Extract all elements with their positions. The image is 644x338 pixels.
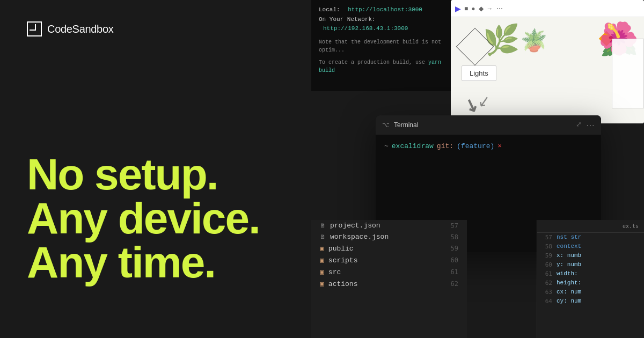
code-line: 58context <box>537 242 644 251</box>
tagline-line3: Any time. <box>27 240 284 284</box>
explorer-item[interactable]: ▣scripts60 <box>311 254 467 266</box>
folder-icon: ▣ <box>320 268 324 276</box>
item-name: workspace.json <box>330 233 389 241</box>
explorer-item[interactable]: ▣public59 <box>311 243 467 254</box>
lights-button[interactable]: Lights <box>462 65 496 81</box>
terminal-actions: ⤢ ⋯ <box>576 120 595 130</box>
toolbar-circle-icon[interactable]: ● <box>471 5 475 12</box>
terminal-title: Terminal <box>394 121 572 129</box>
toolbar-arrow-icon[interactable]: → <box>487 5 493 12</box>
terminal-prompt-line: ~ excalidraw git:(feature) × <box>384 142 592 150</box>
code-line: 64cy: num <box>537 297 644 306</box>
devserver-network: On Your Network: http://192.168.43.1:300… <box>319 15 454 34</box>
explorer-item[interactable]: ▣actions62 <box>311 278 467 290</box>
plant3: 🪴 <box>521 28 547 53</box>
folder-icon: ▣ <box>320 256 324 264</box>
code-filename: ex.ts <box>537 220 644 233</box>
card-overlay <box>612 39 644 108</box>
code-line: 61width: <box>537 269 644 278</box>
toolbar-play-icon[interactable]: ▶ <box>455 4 461 13</box>
code-line: 57nst str <box>537 233 644 242</box>
item-name: public <box>328 245 354 253</box>
devserver-panel: Local: http://localhost:3000 On Your Net… <box>311 0 462 91</box>
logo-icon <box>27 21 42 36</box>
logo-container: CodeSandbox <box>27 21 284 36</box>
code-line: 59x: numb <box>537 251 644 260</box>
design-panel: ▶ ■ ● ◆ → ⋯ 🌿 🌺 🪴 Lights ↘ ↙ <box>451 0 644 123</box>
logo-text: CodeSandbox <box>47 23 113 35</box>
terminal-expand-icon[interactable]: ⤢ <box>576 120 582 130</box>
left-panel: CodeSandbox No setup. Any device. Any ti… <box>0 0 311 338</box>
file-icon: 🗎 <box>320 233 326 241</box>
devserver-local: Local: http://localhost:3000 <box>319 5 454 15</box>
tagline-line1: No setup. <box>27 152 284 196</box>
line-number: 61 <box>451 268 458 276</box>
terminal-header: ⌥ Terminal ⤢ ⋯ <box>376 115 601 135</box>
line-number: 59 <box>451 245 458 252</box>
code-line: 60y: numb <box>537 260 644 269</box>
item-name: actions <box>328 280 358 288</box>
explorer-items: 🗎project.json57🗎workspace.json58▣public5… <box>311 220 467 290</box>
code-line: 62height: <box>537 278 644 288</box>
explorer-item[interactable]: ▣src61 <box>311 266 467 278</box>
plant1: 🌿 <box>483 23 520 57</box>
folder-icon: ▣ <box>320 244 324 253</box>
design-canvas: 🌿 🌺 🪴 Lights ↘ ↙ <box>451 17 644 123</box>
terminal-menu-icon[interactable]: ⋯ <box>586 120 595 130</box>
explorer-panel: 🗎project.json57🗎workspace.json58▣public5… <box>311 220 467 338</box>
item-name: src <box>328 268 341 276</box>
arrow-deco2: ↙ <box>476 91 491 111</box>
line-number: 60 <box>451 256 458 264</box>
tagline: No setup. Any device. Any time. <box>27 152 284 317</box>
item-name: scripts <box>328 256 358 264</box>
devserver-body: Local: http://localhost:3000 On Your Net… <box>311 0 462 80</box>
line-number: 57 <box>451 222 458 230</box>
folder-icon: ▣ <box>320 280 324 288</box>
toolbar-rect-icon[interactable]: ■ <box>464 5 468 12</box>
toolbar-diamond-icon[interactable]: ◆ <box>479 5 484 12</box>
terminal-prompt-icon: ⌥ <box>382 121 390 129</box>
tagline-line2: Any device. <box>27 196 284 240</box>
code-line: 63cx: num <box>537 288 644 297</box>
item-name: project.json <box>330 222 380 230</box>
code-panel: ex.ts 57nst str58context59x: numb60y: nu… <box>537 220 644 338</box>
file-icon: 🗎 <box>320 222 326 230</box>
terminal-body: ~ excalidraw git:(feature) × <box>376 135 601 158</box>
right-panel: Local: http://localhost:3000 On Your Net… <box>311 0 644 338</box>
devserver-note2: To create a production build, use yarn b… <box>319 58 454 75</box>
line-number: 58 <box>451 233 458 241</box>
devserver-note1: Note that the development build is not o… <box>319 38 454 54</box>
explorer-item[interactable]: 🗎project.json57 <box>311 220 467 231</box>
toolbar-more-icon[interactable]: ⋯ <box>496 5 503 12</box>
line-number: 62 <box>451 280 458 288</box>
explorer-item[interactable]: 🗎workspace.json58 <box>311 231 467 243</box>
design-toolbar: ▶ ■ ● ◆ → ⋯ <box>451 0 644 17</box>
code-lines: 57nst str58context59x: numb60y: numb61wi… <box>537 233 644 306</box>
